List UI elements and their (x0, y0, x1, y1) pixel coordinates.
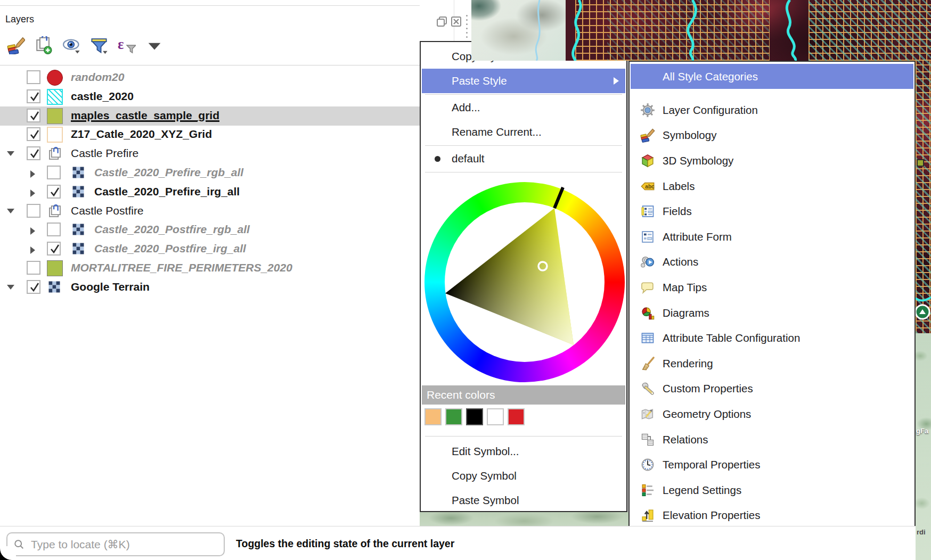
layer-label: Google Terrain (71, 281, 150, 293)
layer-row[interactable]: random20 (0, 68, 420, 87)
menu-item-labels[interactable]: abcLabels (631, 174, 913, 199)
menu-item-legend-settings[interactable]: Legend Settings (631, 477, 913, 503)
layer-visibility-checkbox[interactable] (27, 89, 40, 103)
recent-color-swatch[interactable] (445, 408, 462, 425)
map-canvas-bottom-strip[interactable] (420, 512, 628, 527)
menu-separator (425, 94, 622, 95)
layer-visibility-checkbox[interactable] (27, 280, 40, 294)
elevation-icon (640, 507, 656, 523)
layer-row[interactable]: Castle_2020_Prefire_irg_all (0, 183, 420, 202)
expand-arrow-icon[interactable] (30, 246, 35, 254)
menu-item-attribute-table-configuration[interactable]: Attribute Table Configuration (631, 325, 913, 351)
layer-visibility-checkbox[interactable] (27, 109, 40, 122)
recent-color-swatch[interactable] (508, 408, 525, 425)
layer-swatch (71, 184, 87, 200)
menu-separator (425, 436, 622, 437)
menu-item-rendering[interactable]: Rendering (631, 351, 913, 376)
style-manager-icon[interactable] (5, 35, 27, 56)
filter-legend-icon[interactable] (88, 35, 110, 56)
menu-item-temporal-properties[interactable]: Temporal Properties (631, 452, 913, 477)
expand-arrow-icon[interactable] (30, 190, 35, 197)
geometry-options-icon (640, 406, 656, 422)
recent-colors-row (424, 408, 525, 425)
layer-visibility-checkbox[interactable] (27, 261, 40, 275)
diagrams-icon (640, 305, 656, 321)
layer-visibility-checkbox[interactable] (27, 70, 40, 84)
menu-item-rename-current[interactable]: Rename Current... (422, 120, 625, 144)
clock-icon (640, 457, 656, 473)
expand-collapse-icon[interactable] (7, 151, 14, 156)
layer-label: random20 (71, 71, 124, 84)
menu-item-symbology[interactable]: Symbology (631, 123, 913, 149)
map-canvas[interactable] (471, 0, 931, 61)
layer-row[interactable]: MORTALITREE_FIRE_PERIMETERS_2020 (0, 259, 420, 278)
color-wheel[interactable] (424, 182, 625, 382)
layer-row[interactable]: Castle Prefire (0, 144, 420, 163)
toolbar-separator (0, 65, 420, 65)
menu-item-geometry-options[interactable]: Geometry Options (631, 401, 913, 427)
current-style-radio-icon (435, 156, 440, 162)
menu-item-copy-symbol[interactable]: Copy Symbol (422, 464, 625, 488)
layer-swatch (71, 165, 87, 181)
menu-item-relations[interactable]: Relations (631, 427, 913, 452)
layer-visibility-checkbox[interactable] (27, 146, 40, 160)
map-themes-icon[interactable] (61, 35, 82, 56)
layer-visibility-checkbox[interactable] (47, 223, 61, 236)
menu-item-elevation-properties[interactable]: Elevation Properties (631, 503, 913, 529)
layer-row[interactable]: Castle_2020_Postfire_irg_all (0, 240, 420, 259)
layer-row[interactable]: maples_castle_sample_grid (0, 106, 420, 126)
menu-item-attribute-form[interactable]: Attribute Form (631, 224, 913, 250)
hue-marker[interactable] (554, 187, 563, 208)
paste-style-submenu: All Style CategoriesLayer ConfigurationS… (628, 61, 916, 558)
layer-row[interactable]: Z17_Catle_2020_XYZ_Grid (0, 125, 420, 144)
menu-item-actions[interactable]: Actions (631, 250, 913, 275)
expand-all-icon[interactable] (144, 35, 165, 56)
dock-drag-handle[interactable] (466, 15, 468, 38)
locator-search[interactable] (6, 532, 225, 556)
layer-row[interactable]: castle_2020 (0, 87, 420, 106)
menu-item-map-tips[interactable]: Map Tips (631, 275, 913, 300)
menu-item-all-style-categories[interactable]: All Style Categories (631, 64, 913, 89)
layer-row[interactable]: Castle Postfire (0, 202, 420, 221)
abc-label-icon: abc (640, 178, 656, 194)
gear-icon (640, 102, 656, 118)
float-panel-icon[interactable] (436, 15, 448, 28)
recent-color-swatch[interactable] (487, 408, 504, 425)
expand-collapse-icon[interactable] (7, 209, 14, 213)
expand-arrow-icon[interactable] (30, 227, 35, 235)
menu-item-paste-symbol[interactable]: Paste Symbol (422, 488, 625, 513)
close-panel-icon[interactable] (450, 15, 462, 28)
layer-visibility-checkbox[interactable] (47, 166, 61, 179)
layer-visibility-checkbox[interactable] (47, 242, 61, 256)
styles-submenu: Recent colors Copy StylePaste StyleAdd..… (420, 41, 627, 512)
layer-swatch (47, 127, 63, 143)
expand-arrow-icon[interactable] (30, 170, 35, 178)
menu-item-paste-style[interactable]: Paste Style (422, 69, 625, 93)
actions-icon (640, 254, 656, 270)
layer-row[interactable]: Castle_2020_Prefire_rgb_all (0, 163, 420, 183)
menu-item-layer-configuration[interactable]: Layer Configuration (631, 97, 913, 123)
menu-item-3d-symbology[interactable]: 3D Symbology (631, 148, 913, 174)
layer-swatch (71, 222, 87, 238)
layer-visibility-checkbox[interactable] (47, 185, 61, 199)
layer-visibility-checkbox[interactable] (27, 127, 40, 141)
recent-color-swatch[interactable] (466, 408, 483, 425)
menu-item-fields[interactable]: Fields (631, 199, 913, 224)
saturation-triangle[interactable] (424, 182, 625, 382)
menu-item-diagrams[interactable]: Diagrams (631, 300, 913, 326)
menu-item-default[interactable]: default (422, 146, 625, 171)
layer-row[interactable]: Castle_2020_Postfire_rgb_all (0, 220, 420, 240)
expression-filter-icon[interactable]: ε (116, 35, 137, 56)
recent-colors-header: Recent colors (422, 385, 625, 405)
layer-visibility-checkbox[interactable] (27, 204, 40, 218)
add-group-icon[interactable] (33, 35, 54, 56)
layer-swatch (47, 279, 63, 295)
menu-item-edit-symbol[interactable]: Edit Symbol... (422, 439, 625, 464)
map-canvas-right-strip[interactable]: gFa rdi (916, 61, 931, 560)
recent-color-swatch[interactable] (424, 408, 442, 425)
menu-item-add[interactable]: Add... (422, 95, 625, 120)
locator-search-input[interactable] (30, 538, 217, 551)
menu-item-custom-properties[interactable]: Custom Properties (631, 376, 913, 402)
layer-row[interactable]: Google Terrain (0, 278, 420, 297)
expand-collapse-icon[interactable] (7, 285, 14, 290)
